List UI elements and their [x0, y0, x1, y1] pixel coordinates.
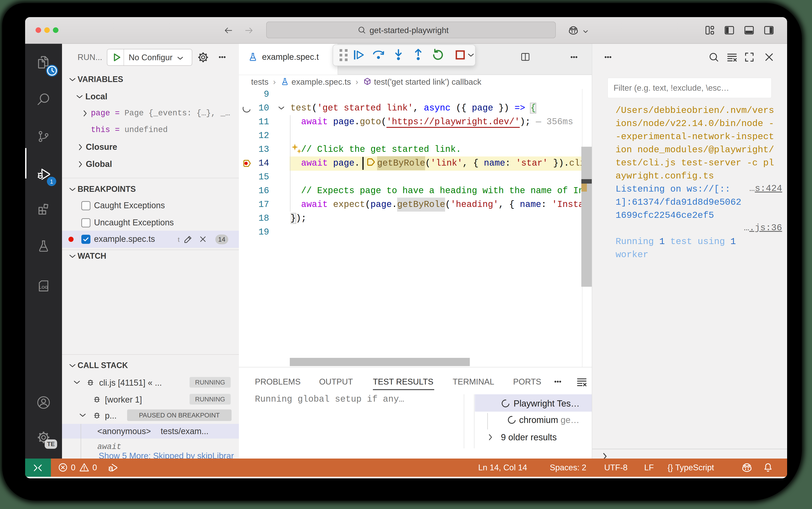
svg-text:LOG: LOG [39, 285, 48, 290]
svg-text:1: 1 [50, 178, 53, 185]
